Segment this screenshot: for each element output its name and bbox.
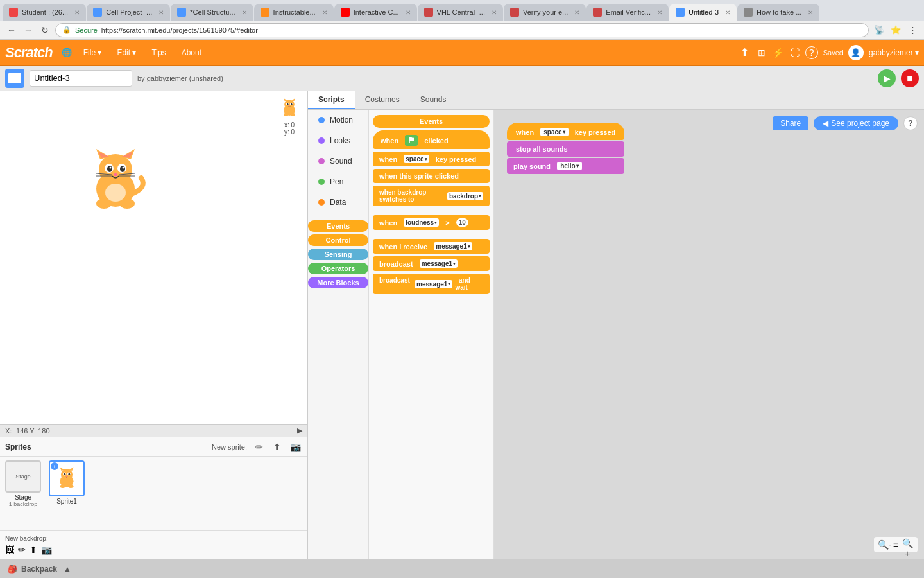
- globe-icon[interactable]: 🌐: [60, 46, 73, 59]
- sound-dot: [318, 158, 325, 164]
- block-when-sprite[interactable]: when this sprite clicked: [373, 169, 490, 183]
- expand-icon[interactable]: ▶: [297, 426, 302, 435]
- project-controls-bar: by gabbyziemer (unshared) ▶ ■: [0, 66, 924, 91]
- turbo-icon[interactable]: ⚡: [772, 46, 785, 59]
- tab-costumes[interactable]: Costumes: [355, 91, 410, 109]
- canvas-help-btn[interactable]: ?: [903, 116, 918, 130]
- backdrop-upload-icon[interactable]: ⬆: [30, 545, 37, 555]
- sprite-info-cat: x: 0 y: 0: [277, 96, 302, 136]
- svg-point-42: [60, 484, 65, 488]
- forward-button[interactable]: →: [22, 24, 35, 37]
- close-icon[interactable]: ✕: [574, 9, 579, 16]
- menu-icon[interactable]: ⋮: [906, 24, 919, 37]
- backpack-icon: 🎒: [8, 565, 17, 574]
- close-icon[interactable]: ✕: [657, 9, 662, 16]
- tab-instructable[interactable]: Instructable... ✕: [254, 4, 334, 21]
- section-more[interactable]: More Blocks: [308, 277, 368, 288]
- close-icon[interactable]: ✕: [406, 9, 411, 16]
- close-icon[interactable]: ✕: [322, 9, 327, 16]
- close-icon[interactable]: ✕: [74, 9, 80, 16]
- header-menu-tips[interactable]: Tips: [146, 46, 171, 60]
- backpack-bar[interactable]: 🎒 Backpack ▲: [0, 559, 924, 578]
- upload-sprite-icon[interactable]: ⬆: [270, 440, 284, 454]
- zoom-controls: 🔍- ≡ 🔍+: [874, 537, 918, 552]
- header-user[interactable]: gabbyziemer ▾: [869, 48, 919, 57]
- block-when-loudness[interactable]: when loudness > 10: [373, 215, 490, 230]
- cast-icon[interactable]: 📡: [873, 24, 886, 37]
- section-sensing[interactable]: Sensing: [308, 249, 368, 260]
- svg-point-41: [66, 476, 67, 477]
- header-menu-edit[interactable]: Edit ▾: [112, 46, 141, 60]
- close-icon[interactable]: ✕: [158, 9, 164, 16]
- cat-item-data[interactable]: Data: [308, 192, 368, 213]
- tab-verify[interactable]: Verify your e... ✕: [504, 4, 586, 21]
- canvas-stop-sounds[interactable]: stop all sounds: [507, 141, 624, 157]
- bookmark-icon[interactable]: ⭐: [889, 24, 902, 37]
- block-when-receive[interactable]: when I receive message1: [373, 239, 490, 254]
- motion-dot: [318, 117, 325, 123]
- fullscreen2-icon[interactable]: ⛶: [789, 46, 801, 59]
- share-button[interactable]: Share: [773, 116, 809, 130]
- zoom-out-button[interactable]: 🔍-: [878, 538, 891, 551]
- backdrop-camera-icon[interactable]: 📷: [41, 545, 52, 555]
- stage-size-icon[interactable]: [5, 69, 24, 88]
- svg-point-34: [61, 469, 73, 480]
- block-when-backdrop[interactable]: when backdrop switches to backdrop: [373, 186, 490, 206]
- stop-button[interactable]: ■: [901, 69, 919, 87]
- script-canvas[interactable]: when space ▾ key pressed stop all sounds…: [494, 110, 924, 559]
- stage-sprite-name: Stage: [15, 494, 31, 501]
- close-icon[interactable]: ✕: [492, 9, 497, 16]
- block-when-flag[interactable]: when ⚑ clicked: [373, 130, 490, 149]
- zoom-in-button[interactable]: 🔍+: [901, 538, 914, 551]
- help-icon[interactable]: ?: [805, 46, 818, 59]
- close-icon[interactable]: ✕: [808, 9, 813, 16]
- tab-untitled[interactable]: Untitled-3 ✕: [669, 4, 737, 21]
- tab-cell-structure[interactable]: *Cell Structu... ✕: [171, 4, 253, 21]
- back-button[interactable]: ←: [5, 24, 18, 37]
- green-flag-button[interactable]: ▶: [878, 69, 896, 87]
- events-header-block[interactable]: Events: [373, 115, 490, 128]
- tab-cell-project[interactable]: Cell Project -... ✕: [87, 4, 170, 21]
- zoom-reset-icon[interactable]: ≡: [893, 539, 898, 550]
- block-broadcast[interactable]: broadcast message1: [373, 256, 490, 271]
- section-events[interactable]: Events: [308, 220, 368, 232]
- canvas-hat-block[interactable]: when space ▾ key pressed: [507, 123, 624, 140]
- camera-sprite-icon[interactable]: 📷: [288, 440, 302, 454]
- close-icon[interactable]: ✕: [725, 9, 730, 16]
- upload-icon[interactable]: ⬆: [739, 46, 751, 59]
- block-when-key[interactable]: when space key pressed: [373, 152, 490, 166]
- section-operators[interactable]: Operators: [308, 263, 368, 274]
- project-name-input[interactable]: [30, 70, 132, 87]
- fullscreen-icon[interactable]: ⊞: [755, 46, 768, 59]
- refresh-button[interactable]: ↻: [38, 24, 51, 37]
- draw-sprite-icon[interactable]: ✏: [252, 440, 266, 454]
- header-menu-about[interactable]: About: [176, 46, 207, 60]
- sprite1-item[interactable]: i: [47, 460, 86, 527]
- tab-student[interactable]: Student : (26... ✕: [3, 4, 86, 21]
- header-menu-file[interactable]: File ▾: [78, 46, 107, 60]
- tab-email[interactable]: Email Verific... ✕: [586, 4, 669, 21]
- backdrop-paint-icon[interactable]: 🖼: [5, 545, 14, 555]
- stage-sprite-item[interactable]: Stage Stage 1 backdrop: [4, 460, 42, 527]
- sprites-title: Sprites: [5, 442, 31, 451]
- block-broadcast-wait[interactable]: broadcast message1 and wait: [373, 274, 490, 294]
- cat-item-sound[interactable]: Sound: [308, 151, 368, 171]
- pen-dot: [318, 179, 325, 185]
- cat-item-motion[interactable]: Motion: [308, 110, 368, 130]
- section-control[interactable]: Control: [308, 234, 368, 246]
- cat-item-looks[interactable]: Looks: [308, 130, 368, 151]
- svg-point-12: [110, 167, 112, 169]
- scratch-logo[interactable]: Scratch: [5, 44, 53, 61]
- address-bar[interactable]: 🔒 Secure https://scratch.mit.edu/project…: [55, 23, 869, 37]
- svg-point-28: [287, 103, 288, 105]
- tab-interactive[interactable]: Interactive C... ✕: [334, 4, 417, 21]
- tab-vhl[interactable]: VHL Central -... ✕: [418, 4, 503, 21]
- cat-item-pen[interactable]: Pen: [308, 171, 368, 192]
- tab-sounds[interactable]: Sounds: [410, 91, 457, 109]
- see-project-button[interactable]: ◀ See project page: [814, 116, 898, 130]
- tab-scripts[interactable]: Scripts: [308, 91, 355, 109]
- canvas-play-sound[interactable]: play sound hello ▾: [507, 158, 624, 174]
- tab-how-to[interactable]: How to take ... ✕: [737, 4, 819, 21]
- close-icon[interactable]: ✕: [242, 9, 247, 16]
- backdrop-draw-icon[interactable]: ✏: [18, 545, 26, 555]
